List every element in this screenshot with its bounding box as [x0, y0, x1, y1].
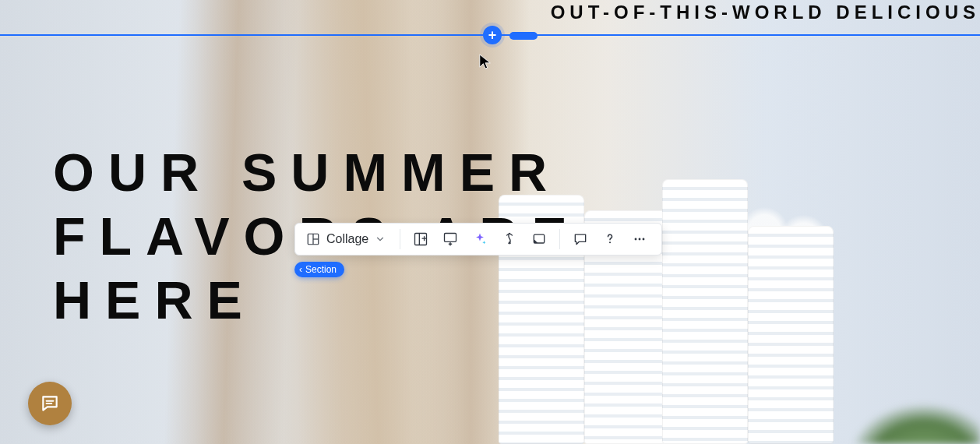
svg-point-11	[609, 241, 611, 243]
add-element-button[interactable]	[407, 227, 435, 252]
section-breadcrumb[interactable]: ‹ Section	[294, 262, 344, 277]
chevron-left-icon: ‹	[299, 264, 302, 275]
section-toolbar: Collage	[294, 223, 662, 255]
animate-icon	[502, 231, 517, 247]
layout-icon	[306, 232, 320, 246]
add-section-button[interactable]: +	[483, 26, 502, 44]
toolbar-separator	[559, 229, 560, 249]
editor-canvas[interactable]: OUT-OF-THIS-WORLD DELICIOUS + OUR SUMMER…	[0, 0, 980, 444]
cursor-icon	[478, 53, 492, 70]
background-plant	[793, 288, 980, 444]
comment-button[interactable]	[566, 227, 594, 252]
breadcrumb-label: Section	[305, 264, 337, 275]
svg-rect-7	[445, 234, 457, 242]
layout-select-value: Collage	[326, 232, 368, 246]
chevron-down-icon	[375, 234, 386, 245]
add-section-below-icon	[442, 231, 458, 247]
layout-select[interactable]: Collage	[301, 227, 393, 252]
chat-fab[interactable]	[28, 382, 72, 425]
toolbar-separator	[400, 229, 400, 249]
more-button[interactable]	[626, 227, 654, 252]
ai-button[interactable]	[466, 227, 494, 252]
sparkle-icon	[472, 231, 488, 247]
help-icon	[602, 231, 618, 247]
section-drag-handle[interactable]	[509, 32, 538, 40]
tagline-text: OUT-OF-THIS-WORLD DELICIOUS	[551, 2, 980, 23]
add-section-below-button[interactable]	[436, 227, 464, 252]
chat-icon	[40, 393, 60, 414]
plus-icon: +	[488, 27, 497, 44]
animate-button[interactable]	[495, 227, 523, 252]
svg-point-13	[639, 238, 641, 241]
color-button[interactable]	[525, 227, 553, 252]
comment-icon	[573, 231, 588, 247]
svg-point-14	[643, 238, 645, 241]
add-element-icon	[413, 231, 428, 247]
svg-point-12	[635, 238, 637, 241]
more-icon	[632, 231, 647, 247]
color-icon	[531, 231, 547, 247]
help-button[interactable]	[596, 227, 624, 252]
